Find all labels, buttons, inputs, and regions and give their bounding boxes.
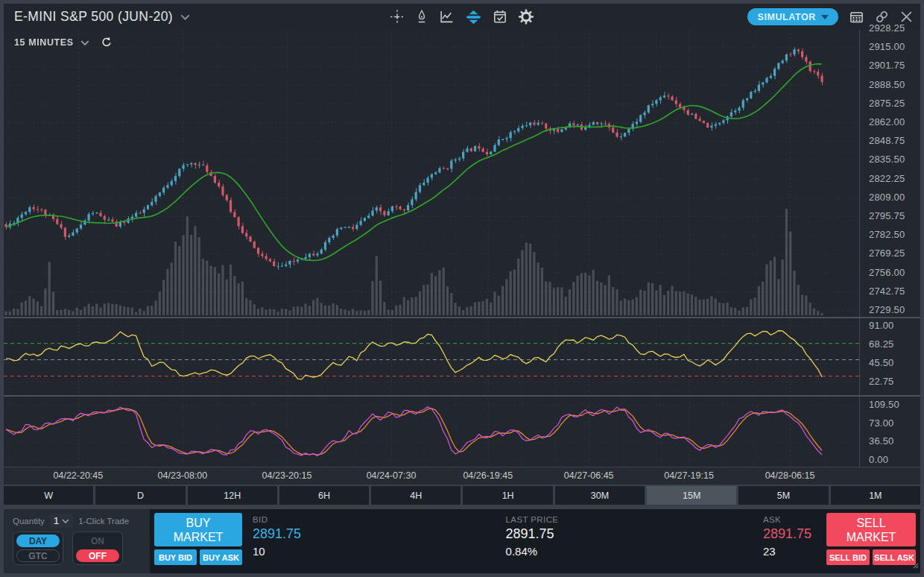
symbol-title: E-MINI S&P 500 (JUN-20)	[14, 9, 173, 25]
settings-button[interactable]	[517, 7, 536, 26]
tif-day-button[interactable]: DAY	[16, 535, 60, 547]
quantity-value: 1	[54, 515, 60, 526]
one-click-on-button[interactable]: ON	[76, 535, 119, 547]
time-axis-label: 04/23-08:00	[158, 470, 208, 481]
price-axis-label: 2875.25	[869, 98, 905, 109]
timeframe-button-d[interactable]: D	[95, 486, 185, 505]
sell-market-button[interactable]: SELL MARKET	[826, 513, 916, 546]
time-axis-label: 04/22-20:45	[54, 470, 104, 481]
caret-down-icon	[821, 15, 829, 19]
line-chart-icon	[440, 10, 455, 24]
price-axis-label: 73.00	[869, 417, 894, 429]
buy-bid-button[interactable]: BUY BID	[154, 549, 197, 565]
time-axis-label: 04/23-20:15	[262, 470, 312, 481]
time-axis[interactable]: 04/22-20:4504/23-08:0004/23-20:1504/24-0…	[4, 467, 920, 485]
timeframe-button-w[interactable]: W	[4, 486, 93, 505]
timeframe-button-4h[interactable]: 4H	[371, 486, 461, 505]
interval-label: 15 MINUTES	[14, 37, 74, 48]
pane-separator-2[interactable]	[4, 395, 920, 397]
chart-toolbar	[389, 4, 536, 30]
time-axis-label: 04/27-19:15	[664, 470, 714, 481]
price-axis-label: 22.75	[869, 376, 894, 387]
timeframe-button-12h[interactable]: 12H	[188, 486, 277, 505]
interval-chevron-icon	[80, 40, 89, 45]
price-axis-label: 2848.75	[869, 135, 905, 146]
order-controls: Quantity 1 1-Click Trade DAY GTC ON OFF	[4, 509, 150, 573]
price-axis-label: 91.00	[869, 320, 894, 331]
window-content: E-MINI S&P 500 (JUN-20)	[4, 4, 920, 573]
resize-grip[interactable]	[912, 558, 919, 572]
chart-type-button[interactable]	[464, 8, 484, 26]
crosshair-tool-button[interactable]	[389, 8, 406, 25]
refresh-icon[interactable]	[101, 37, 113, 48]
sell-bid-button[interactable]: SELL BID	[826, 549, 870, 565]
price-axis-label: 2795.75	[869, 210, 905, 221]
tif-gtc-button[interactable]: GTC	[16, 549, 60, 562]
sell-column: SELL MARKET SELL BID SELL ASK	[822, 509, 920, 573]
chart-area: 15 MINUTES 2928.252915.002901.752888.502…	[4, 30, 920, 467]
change-percent: 0.84%	[506, 545, 559, 558]
timeframe-button-30m[interactable]: 30M	[555, 486, 645, 505]
ask-size: 23	[763, 545, 811, 558]
time-axis-label: 04/28-06:15	[765, 470, 815, 481]
order-panel-icon	[849, 10, 864, 24]
time-axis-label: 04/24-07:30	[367, 470, 417, 481]
sessions-button[interactable]	[492, 8, 509, 25]
price-axis-label: 109.50	[869, 399, 899, 410]
price-axis[interactable]: 2928.252915.002901.752888.502875.252862.…	[859, 30, 920, 467]
timeframe-button-5m[interactable]: 5M	[738, 486, 828, 505]
price-chart[interactable]	[4, 30, 859, 467]
drawing-tools-button[interactable]	[414, 8, 430, 25]
buy-market-button[interactable]: BUY MARKET	[154, 513, 242, 546]
price-axis-label: 2756.00	[869, 267, 905, 278]
price-axis-label: 2901.75	[869, 60, 905, 71]
simulator-dropdown[interactable]: SIMULATOR	[747, 8, 838, 25]
trade-panel: Quantity 1 1-Click Trade DAY GTC ON OFF	[4, 509, 920, 573]
market-depth-icon	[466, 10, 482, 25]
market-data-strip: BID 2891.75 10 LAST PRICE 2891.75 0.84% …	[245, 509, 822, 573]
price-axis-label: 2888.50	[869, 79, 905, 90]
top-bar: E-MINI S&P 500 (JUN-20)	[4, 4, 920, 30]
timeframe-button-6h[interactable]: 6H	[279, 486, 369, 505]
bid-label: BID	[253, 515, 301, 524]
timeframe-button-1m[interactable]: 1M	[831, 486, 920, 505]
order-panel-button[interactable]	[849, 10, 864, 24]
buy-ask-button[interactable]: BUY ASK	[200, 549, 242, 565]
trading-window: E-MINI S&P 500 (JUN-20)	[0, 0, 924, 577]
one-click-toggle: ON OFF	[72, 532, 123, 565]
last-price-label: LAST PRICE	[506, 515, 559, 524]
simulator-label: SIMULATOR	[757, 12, 816, 22]
price-axis-label: 2862.00	[869, 116, 905, 127]
tif-toggle: DAY GTC	[13, 532, 63, 565]
close-icon	[900, 10, 913, 23]
symbol-selector[interactable]: E-MINI S&P 500 (JUN-20)	[4, 9, 190, 25]
price-axis-label: 45.50	[869, 357, 894, 368]
price-axis-label: 2928.25	[869, 22, 905, 34]
price-axis-label: 2822.25	[869, 173, 905, 184]
interval-selector[interactable]: 15 MINUTES	[14, 37, 113, 48]
gear-icon	[519, 9, 534, 25]
timeframe-button-1h[interactable]: 1H	[463, 486, 552, 505]
timeframe-button-15m[interactable]: 15M	[647, 486, 736, 505]
price-axis-label: 2809.00	[869, 192, 905, 203]
one-click-label: 1-Click Trade	[78, 517, 129, 526]
last-price-value: 2891.75	[506, 526, 559, 542]
quantity-chevron-icon	[62, 519, 69, 523]
one-click-off-button[interactable]: OFF	[76, 549, 119, 562]
close-button[interactable]	[900, 10, 913, 23]
price-axis-label: 2915.00	[869, 41, 905, 52]
quantity-stepper[interactable]: 1	[50, 514, 74, 528]
price-axis-label: 2742.75	[869, 286, 905, 297]
drawing-pen-icon	[416, 10, 428, 24]
symbol-chevron-icon	[180, 14, 190, 20]
price-axis-label: 36.50	[869, 435, 894, 447]
resize-grip-icon	[912, 562, 919, 569]
buy-market-line2: MARKET	[159, 530, 238, 544]
ask-label: ASK	[763, 515, 811, 524]
indicators-button[interactable]	[438, 8, 456, 25]
price-axis-label: 2769.25	[869, 247, 905, 259]
sell-ask-button[interactable]: SELL ASK	[873, 549, 916, 565]
price-axis-label: 2782.50	[869, 229, 905, 240]
buy-market-line1: BUY	[159, 516, 238, 530]
pane-separator-1[interactable]	[4, 317, 920, 318]
